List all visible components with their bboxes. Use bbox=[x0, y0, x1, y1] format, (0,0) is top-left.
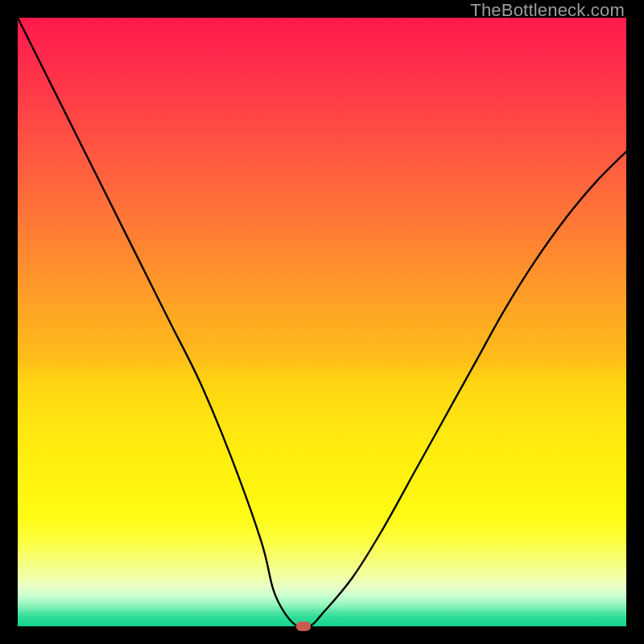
plot-area bbox=[18, 18, 626, 626]
watermark-text: TheBottleneck.com bbox=[470, 0, 625, 21]
chart-frame: TheBottleneck.com bbox=[0, 0, 644, 644]
optimal-marker bbox=[296, 621, 311, 631]
bottleneck-curve bbox=[18, 18, 626, 626]
